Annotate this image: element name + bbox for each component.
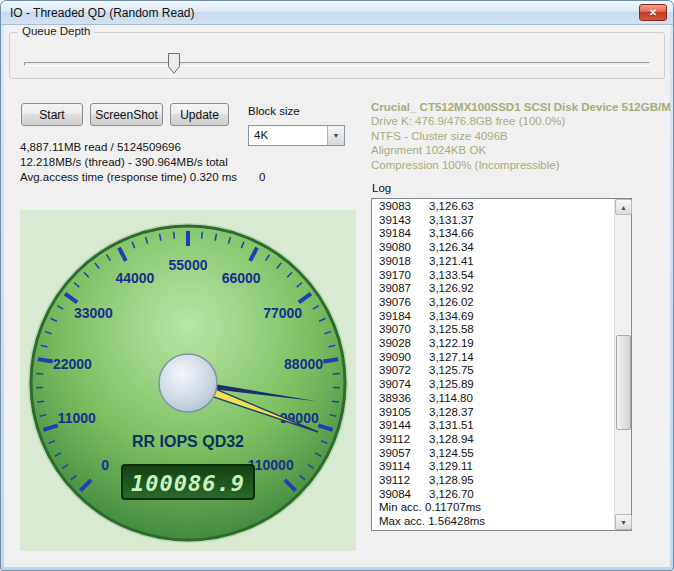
- log-row[interactable]: 391843,134.66: [372, 227, 614, 241]
- close-button[interactable]: ✕: [639, 4, 667, 21]
- log-box: 390833,126.63391433,131.37391843,134.663…: [371, 198, 632, 531]
- log-row[interactable]: 391123,128.95: [372, 474, 614, 488]
- svg-text:RR IOPS QD32: RR IOPS QD32: [132, 433, 244, 450]
- triangle-down-icon: ▼: [620, 519, 627, 526]
- log-row[interactable]: 391433,131.37: [372, 214, 614, 228]
- app-window: IO - Threaded QD (Random Read) ✕ Queue D…: [0, 0, 674, 571]
- title-bar[interactable]: IO - Threaded QD (Random Read) ✕: [1, 1, 673, 25]
- block-size-label: Block size: [248, 105, 300, 117]
- gauge-generated: 0110002200033000440005500066000770008800…: [29, 224, 347, 542]
- block-size-select[interactable]: 4K ▼: [248, 125, 345, 146]
- stat-access-extra: 0: [259, 170, 265, 185]
- log-row[interactable]: 390873,126.92: [372, 282, 614, 296]
- svg-text:55000: 55000: [169, 257, 208, 273]
- slider-track[interactable]: [24, 62, 650, 66]
- window-content: Queue Depth Start ScreenShot Update Bloc…: [4, 25, 670, 567]
- svg-text:100086.9: 100086.9: [131, 471, 245, 496]
- log-row[interactable]: 391443,131.51: [372, 419, 614, 433]
- svg-text:44000: 44000: [115, 270, 154, 286]
- queue-depth-slider[interactable]: [10, 33, 664, 78]
- start-button[interactable]: Start: [21, 103, 83, 126]
- log-row[interactable]: 390843,126.70: [372, 488, 614, 502]
- stat-read-total: 4,887.11MB read / 5124509696: [20, 140, 237, 155]
- log-row[interactable]: 391843,134.69: [372, 310, 614, 324]
- drive-info-line: Crucial_ CT512MX100SSD1 SCSI Disk Device…: [371, 100, 671, 114]
- screenshot-button[interactable]: ScreenShot: [90, 103, 163, 126]
- log-row[interactable]: 390833,126.63: [372, 200, 614, 214]
- stat-access-time: Avg.access time (response time) 0.320 ms: [20, 171, 237, 183]
- scrollbar-track[interactable]: [615, 215, 632, 514]
- log-row[interactable]: 390703,125.58: [372, 323, 614, 337]
- svg-text:77000: 77000: [263, 305, 302, 321]
- log-row[interactable]: 391123,128.94: [372, 433, 614, 447]
- log-row[interactable]: 390573,124.55: [372, 447, 614, 461]
- log-row[interactable]: 390803,126.34: [372, 241, 614, 255]
- scroll-up-button[interactable]: ▲: [615, 199, 632, 215]
- drive-info-line: Alignment 1024KB OK: [371, 143, 671, 157]
- drive-info-line: NTFS - Cluster size 4096B: [371, 129, 671, 143]
- log-summary-row[interactable]: Max acc. 1.56428ms: [372, 515, 614, 529]
- log-label: Log: [372, 182, 391, 194]
- drive-info-line: Compression 100% (Incompressible): [371, 158, 671, 172]
- svg-text:22000: 22000: [53, 356, 92, 372]
- log-list[interactable]: 390833,126.63391433,131.37391843,134.663…: [372, 200, 614, 530]
- drive-info-line: Drive K: 476.9/476.8GB free (100.0%): [371, 114, 671, 128]
- scrollbar-thumb[interactable]: [616, 335, 631, 431]
- chevron-down-icon[interactable]: ▼: [327, 126, 344, 145]
- log-row[interactable]: 391703,133.54: [372, 269, 614, 283]
- log-row[interactable]: 390183,121.41: [372, 255, 614, 269]
- queue-depth-thumb[interactable]: [168, 53, 180, 74]
- log-row[interactable]: 390763,126.02: [372, 296, 614, 310]
- triangle-up-icon: ▲: [620, 204, 627, 211]
- svg-text:33000: 33000: [74, 305, 113, 321]
- stat-speed: 12.218MB/s (thread) - 390.964MB/s total: [20, 155, 237, 170]
- log-summary-row[interactable]: Min acc. 0.11707ms: [372, 501, 614, 515]
- stats-block: 4,887.11MB read / 5124509696 12.218MB/s …: [20, 140, 237, 185]
- svg-text:11000: 11000: [58, 410, 96, 426]
- block-size-value: 4K: [254, 129, 268, 141]
- log-scrollbar[interactable]: ▲ ▼: [614, 199, 631, 530]
- svg-text:66000: 66000: [222, 270, 261, 286]
- svg-text:0: 0: [101, 457, 109, 473]
- iops-gauge: 0110002200033000440005500066000770008800…: [20, 210, 356, 551]
- log-row[interactable]: 390283,122.19: [372, 337, 614, 351]
- log-row[interactable]: 391143,129.11: [372, 460, 614, 474]
- queue-depth-group: Queue Depth: [9, 32, 665, 79]
- drive-info: Crucial_ CT512MX100SSD1 SCSI Disk Device…: [371, 100, 671, 172]
- window-title: IO - Threaded QD (Random Read): [10, 6, 195, 20]
- svg-text:88000: 88000: [284, 356, 323, 372]
- log-row[interactable]: 390743,125.89: [372, 378, 614, 392]
- scroll-down-button[interactable]: ▼: [615, 514, 632, 530]
- log-row[interactable]: 391053,128.37: [372, 406, 614, 420]
- log-row[interactable]: 390903,127.14: [372, 351, 614, 365]
- log-row[interactable]: 389363,114.80: [372, 392, 614, 406]
- log-row[interactable]: 390723,125.75: [372, 364, 614, 378]
- update-button[interactable]: Update: [170, 103, 229, 126]
- close-icon: ✕: [649, 7, 657, 18]
- stat-access-row: Avg.access time (response time) 0.320 ms…: [20, 170, 237, 185]
- gauge-panel: 0110002200033000440005500066000770008800…: [20, 210, 356, 551]
